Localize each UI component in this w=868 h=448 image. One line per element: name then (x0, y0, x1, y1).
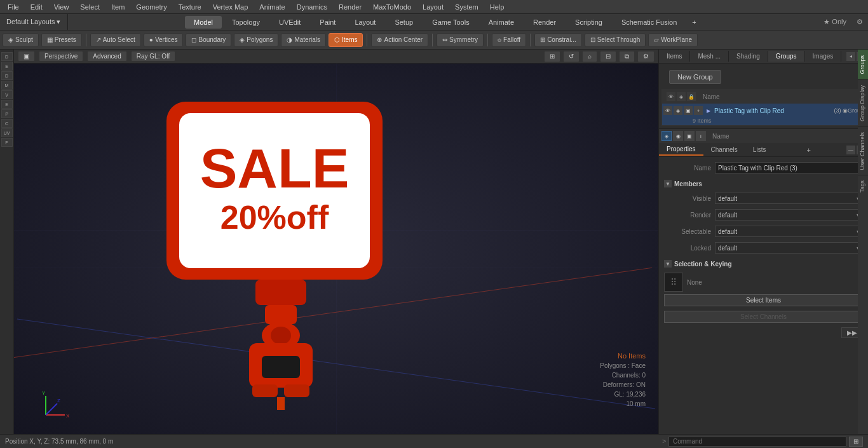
props-icon-4[interactable]: i (696, 131, 706, 141)
vtab-user-channels[interactable]: User Channels (858, 126, 868, 175)
presets-button[interactable]: ▦ Presets (41, 33, 82, 47)
viewport-content[interactable]: SALE 20%off (14, 64, 658, 434)
menu-maxtomodo[interactable]: MaxToModo (368, 2, 416, 12)
vp-icon-grid[interactable]: ⊞ (544, 51, 560, 62)
vtab-tags[interactable]: Tags (858, 175, 868, 198)
keying-grid-icon[interactable]: ⠿ (664, 273, 683, 292)
menu-texture[interactable]: Texture (173, 2, 207, 12)
members-toggle[interactable]: ▼ (664, 180, 672, 187)
left-tool-v[interactable]: V (1, 90, 13, 99)
select-through-button[interactable]: ⊡ Select Through (585, 33, 646, 47)
workplane-button[interactable]: ▱ WorkPlane (648, 33, 698, 47)
menu-select[interactable]: Select (75, 2, 105, 12)
menu-edit[interactable]: Edit (25, 2, 48, 12)
tab-layout[interactable]: Layout (346, 16, 384, 29)
select-items-button[interactable]: Select Items (664, 294, 863, 306)
constraints-button[interactable]: ⊞ Constrai... (534, 33, 582, 47)
group-item[interactable]: 👁 ◈ ▣ + ▶ Plastic Tag with Clip Red (3) … (662, 104, 865, 125)
layout-gear[interactable]: ⚙ (851, 18, 868, 26)
vertices-button[interactable]: ● Vertices (144, 33, 184, 47)
render-select[interactable]: default ▾ (715, 209, 863, 221)
tab-render[interactable]: Render (524, 16, 565, 29)
panel-tab-shading[interactable]: Shading (729, 51, 768, 62)
groups-icon-render[interactable]: ◈ (677, 92, 686, 101)
props-tab-add[interactable]: + (801, 144, 815, 156)
menu-vertexmap[interactable]: Vertex Map (208, 2, 254, 12)
group-plus-icon[interactable]: + (694, 106, 703, 115)
left-tool-m[interactable]: M (1, 81, 13, 90)
menu-geometry[interactable]: Geometry (131, 2, 172, 12)
left-tool-p[interactable]: P (1, 109, 13, 118)
items-button[interactable]: ⬡ Items (329, 33, 363, 47)
tab-schematic[interactable]: Schematic Fusion (613, 16, 686, 29)
raygl-label[interactable]: Ray GL: Off (131, 51, 176, 62)
left-tool-c[interactable]: C (1, 119, 13, 128)
polygons-button[interactable]: ◈ Polygons (234, 33, 278, 47)
action-center-button[interactable]: ⊕ Action Center (371, 33, 428, 47)
boundary-button[interactable]: ◻ Boundary (186, 33, 231, 47)
tab-setup[interactable]: Setup (386, 16, 422, 29)
menu-file[interactable]: File (3, 2, 24, 12)
tab-paint[interactable]: Paint (311, 16, 344, 29)
tab-model[interactable]: Model (185, 16, 222, 29)
symmetry-button[interactable]: ⇔ Symmetry (437, 33, 484, 47)
group-render-icon[interactable]: ◈ (674, 106, 682, 115)
left-tool-e[interactable]: E (1, 100, 13, 109)
panel-tab-groups[interactable]: Groups (768, 51, 805, 62)
auto-select-button[interactable]: ↗ Auto Select (90, 33, 141, 47)
menu-help[interactable]: Help (485, 2, 510, 12)
group-expand-icon[interactable]: ▶ (704, 106, 713, 115)
select-channels-button[interactable]: Select Channels (664, 311, 863, 323)
left-tool-2[interactable]: E (1, 62, 13, 71)
perspective-label[interactable]: Perspective (39, 51, 83, 62)
tab-animate[interactable]: Animate (480, 16, 523, 29)
props-tab-lists[interactable]: Lists (745, 144, 774, 155)
tab-gametools[interactable]: Game Tools (423, 16, 478, 29)
vtab-groups[interactable]: Groups (858, 50, 868, 79)
command-execute-button[interactable]: ⊞ (849, 437, 863, 447)
tab-topology[interactable]: Topology (223, 16, 269, 29)
locked-select[interactable]: default ▾ (715, 242, 863, 254)
groups-icon-eye[interactable]: 👁 (667, 92, 675, 101)
keying-toggle[interactable]: ▼ (664, 260, 672, 268)
props-icon-1[interactable]: ◈ (661, 131, 672, 141)
name-input[interactable] (715, 162, 863, 173)
sculpt-button[interactable]: ◈ Sculpt (3, 33, 39, 47)
command-input[interactable] (668, 437, 846, 447)
tab-uvedit[interactable]: UVEdit (270, 16, 309, 29)
left-tool-1[interactable]: D (1, 52, 13, 61)
props-tab-channels[interactable]: Channels (703, 144, 745, 155)
menu-view[interactable]: View (49, 2, 74, 12)
group-mesh-icon[interactable]: ▣ (684, 106, 693, 115)
layout-dropdown[interactable]: Default Layouts ▾ (0, 14, 68, 30)
panel-icon-collapse[interactable]: ◂ (846, 52, 855, 61)
vp-icon-zoom[interactable]: ⌕ (582, 51, 597, 62)
props-icon-3[interactable]: ▣ (684, 131, 695, 141)
vp-icon-fit[interactable]: ⊟ (600, 51, 616, 62)
props-icon-minimize[interactable]: — (846, 146, 855, 154)
props-tab-properties[interactable]: Properties (659, 144, 703, 156)
tab-add-icon[interactable]: + (687, 16, 701, 29)
menu-system[interactable]: System (450, 2, 484, 12)
vp-icon-camera[interactable]: ⧉ (619, 51, 635, 62)
selectable-select[interactable]: default ▾ (715, 226, 863, 237)
group-eye-icon[interactable]: 👁 (663, 106, 672, 115)
menu-render[interactable]: Render (334, 2, 367, 12)
left-tool-uv[interactable]: UV (1, 128, 13, 137)
viewport-toggle[interactable]: ▣ (18, 51, 35, 62)
panel-tab-images[interactable]: Images (805, 51, 842, 62)
advanced-label[interactable]: Advanced (87, 51, 126, 62)
materials-button[interactable]: ◑ Materials (281, 33, 326, 47)
panel-tab-mesh[interactable]: Mesh ... (690, 51, 729, 62)
groups-icon-lock[interactable]: 🔒 (687, 92, 696, 101)
visible-select[interactable]: default ▾ (715, 193, 863, 204)
falloff-button[interactable]: ⌾ Falloff (492, 33, 526, 47)
vp-icon-rotate[interactable]: ↺ (563, 51, 580, 62)
panel-tab-items[interactable]: Items (659, 51, 690, 62)
left-tool-f[interactable]: F (1, 138, 13, 147)
tab-scripting[interactable]: Scripting (566, 16, 611, 29)
menu-item[interactable]: Item (106, 2, 130, 12)
left-tool-du[interactable]: D (1, 71, 13, 80)
menu-animate[interactable]: Animate (254, 2, 290, 12)
vtab-group-display[interactable]: Group Display (858, 79, 868, 126)
